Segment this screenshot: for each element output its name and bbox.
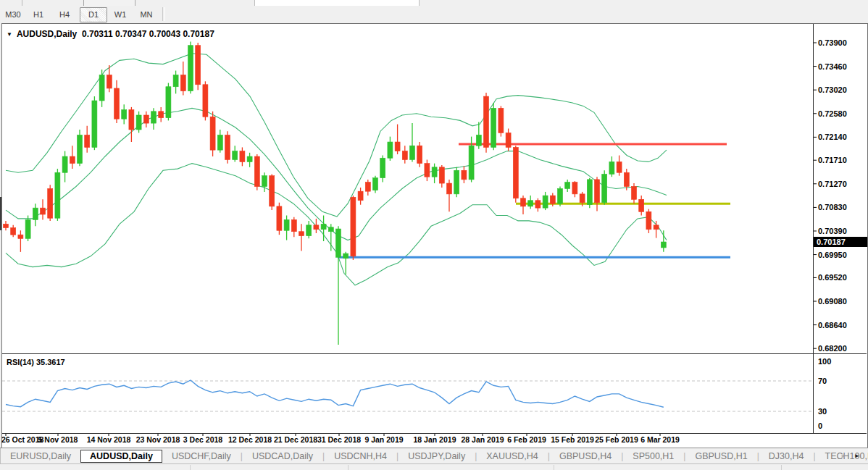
date-axis-label: 6 Feb 2019: [507, 435, 546, 444]
status-separator: [190, 465, 191, 470]
toolbar-separator: [22, 0, 22, 6]
timeframe-button-h4[interactable]: H4: [54, 7, 75, 22]
chart-title: ▼AUDUSD,Daily 0.70311 0.70347 0.70043 0.…: [7, 29, 214, 39]
tab-gbpusd-h1[interactable]: GBPUSD,H1: [685, 450, 756, 463]
tab-audusd-daily[interactable]: AUDUSD,Daily: [80, 450, 162, 463]
timeframe-toolbar: M30H1H4D1W1MN: [0, 6, 868, 22]
price-axis-label: 0.72140: [818, 133, 847, 141]
tabs-scroll-left-icon[interactable]: ◄: [838, 450, 848, 461]
date-axis-label: 9 Jan 2019: [364, 435, 403, 444]
pane-splitter[interactable]: [2, 353, 867, 354]
date-axis-label: 14 Nov 2018: [87, 435, 131, 444]
timeframe-button-d1[interactable]: D1: [80, 7, 107, 22]
status-separator: [348, 465, 349, 470]
status-bar: [0, 463, 868, 470]
tab-sp500-h1[interactable]: SP500,H1: [623, 450, 683, 463]
date-axis-label: 31 Dec 2018: [317, 435, 361, 444]
chart-symbol: AUDUSD,Daily: [17, 29, 77, 39]
metatrader-window: { "timeframe_toolbar": { "buttons": [ {"…: [0, 0, 868, 470]
symbol-tab-bar: EURUSD,DailyAUDUSD,DailyUSDCHF,Daily|USD…: [0, 448, 868, 464]
price-axis-label: 0.71270: [818, 180, 847, 188]
chevron-down-icon[interactable]: ▼: [7, 31, 12, 38]
date-axis-label: 5 Nov 2018: [38, 435, 78, 444]
price-axis-label: 0.69520: [818, 273, 847, 282]
price-axis-label: 0.68640: [818, 321, 847, 330]
date-axis-label: 28 Jan 2019: [462, 435, 504, 444]
date-axis-label: 15 Feb 2019: [551, 435, 594, 444]
tab-xauusd-h4[interactable]: XAUUSD,H4: [477, 450, 548, 463]
tab-usdjpy-daily[interactable]: USDJPY,Daily: [398, 450, 475, 463]
tabs-scroll-right-icon[interactable]: ►: [852, 450, 862, 461]
current-price-badge: 0.70187: [814, 237, 867, 247]
price-axis-label: 0.73900: [818, 38, 847, 47]
rsi-axis-label: 30: [818, 407, 827, 416]
price-axis-label: 0.70390: [818, 227, 847, 235]
status-separator: [554, 465, 554, 470]
rsi-axis-label: 0: [818, 421, 822, 430]
tab-eurusd-daily[interactable]: EURUSD,Daily: [1, 450, 80, 463]
price-axis-line: [813, 24, 814, 433]
tab-gbpusd-h4[interactable]: GBPUSD,H4: [550, 450, 621, 463]
status-separator: [781, 465, 782, 470]
price-axis-label: 0.72580: [818, 109, 847, 118]
tab-usdcnh-h4[interactable]: USDCNH,H4: [325, 450, 396, 463]
tab-usdchf-daily[interactable]: USDCHF,Daily: [162, 450, 241, 463]
chart-window: [1, 23, 868, 448]
date-axis-label: 12 Dec 2018: [228, 435, 272, 444]
tab-dj30-h4[interactable]: DJ30,H4: [759, 450, 814, 463]
timeframe-button-w1[interactable]: W1: [109, 7, 132, 22]
price-axis-label: 0.69950: [818, 251, 847, 259]
date-axis-line: [2, 433, 867, 434]
timeframe-button-mn[interactable]: MN: [135, 7, 158, 22]
price-axis-label: 0.71710: [818, 156, 847, 164]
price-axis-label: 0.73460: [818, 62, 847, 71]
rsi-indicator-label: RSI(14) 35.3617: [7, 358, 65, 366]
price-axis-label: 0.69080: [818, 297, 847, 306]
date-axis-label: 21 Dec 2018: [274, 435, 317, 444]
tab-usdcad-daily[interactable]: USDCAD,Daily: [243, 450, 322, 463]
timeframe-button-m30[interactable]: M30: [1, 7, 25, 22]
date-axis-label: 18 Jan 2019: [414, 435, 456, 444]
date-axis-label: 3 Dec 2018: [183, 435, 222, 444]
date-axis-label: 23 Nov 2018: [136, 435, 180, 444]
price-axis-label: 0.73020: [818, 85, 847, 94]
price-axis-label: 0.68200: [818, 344, 847, 353]
rsi-axis-label: 70: [818, 377, 827, 385]
timeframe-button-h1[interactable]: H1: [28, 7, 49, 22]
left-edge-mark: [0, 197, 1, 230]
date-axis-label: 25 Feb 2019: [595, 435, 638, 444]
rsi-axis-label: 100: [818, 357, 831, 366]
price-axis-label: 0.70830: [818, 203, 847, 211]
toolbar-separator: [162, 7, 165, 21]
date-axis-label: 6 Mar 2019: [640, 435, 680, 444]
chart-ohlc-values: 0.70311 0.70347 0.70043 0.70187: [82, 29, 214, 39]
